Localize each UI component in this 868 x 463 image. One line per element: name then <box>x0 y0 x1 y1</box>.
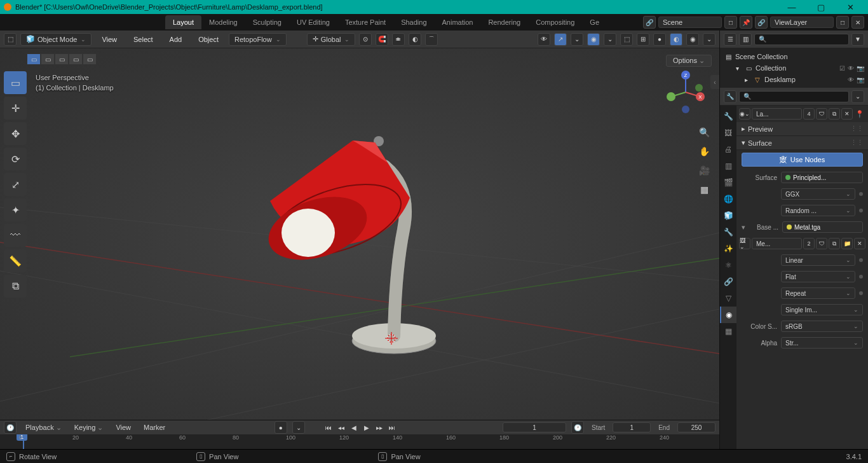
unlink-material-icon[interactable]: ✕ <box>841 108 853 120</box>
pivot-icon[interactable]: ⊙ <box>359 33 372 46</box>
panel-drag-icon[interactable]: ⋮⋮ <box>850 139 863 147</box>
surface-panel-head[interactable]: ▾ Surface ⋮⋮ <box>736 136 868 150</box>
rotate-tool[interactable]: ⟳ <box>4 148 27 170</box>
proportional-edit-icon[interactable]: ◐ <box>409 33 421 46</box>
scene-new-icon[interactable]: □ <box>724 16 737 29</box>
surface-shader-field[interactable]: Principled... <box>781 172 863 183</box>
new-material-icon[interactable]: ⧉ <box>829 108 840 120</box>
constraints-tab-icon[interactable]: 🔗 <box>720 273 736 290</box>
select-subtract-icon[interactable]: ▭ <box>55 53 69 65</box>
select-extend-icon[interactable]: ▭ <box>41 53 55 65</box>
minimize-button[interactable]: — <box>783 3 801 12</box>
orientation-selector[interactable]: ✛ Global <box>307 33 356 46</box>
distribution-field[interactable]: GGX <box>781 188 855 200</box>
view-menu[interactable]: View <box>95 33 123 46</box>
hide-viewport-icon[interactable]: 👁 <box>848 76 854 83</box>
particles-tab-icon[interactable]: ✨ <box>720 240 736 257</box>
unlink-image-icon[interactable]: ✕ <box>854 238 865 249</box>
snap-toggle-icon[interactable]: 🧲 <box>376 33 388 46</box>
properties-search[interactable]: 🔍 <box>739 91 849 102</box>
disable-render-icon[interactable]: 📷 <box>857 76 864 83</box>
colorspace-field[interactable]: sRGB <box>781 321 863 332</box>
select-intersect-icon[interactable]: ▭ <box>83 53 97 65</box>
alpha-field[interactable]: Str... <box>781 337 863 349</box>
workspace-tab-sculpting[interactable]: Sculpting <box>245 15 289 29</box>
use-nodes-button[interactable]: 🕸 Use Nodes <box>742 153 863 167</box>
pan-icon[interactable]: ✋ <box>696 144 712 159</box>
extension-field[interactable]: Repeat <box>781 287 855 299</box>
end-frame-input[interactable] <box>677 422 715 432</box>
material-tab-icon[interactable]: ◉ <box>720 307 736 323</box>
subsurface-field[interactable]: Random ... <box>781 205 855 216</box>
auto-key-icon[interactable]: ● <box>275 421 287 434</box>
timeline-ruler[interactable]: 1 020406080100120140160180200220240 <box>0 434 719 450</box>
keying-menu[interactable]: Keying <box>71 422 107 433</box>
modifier-tab-icon[interactable]: 🔧 <box>720 224 736 240</box>
viewlayer-remove-icon[interactable]: ✕ <box>851 16 864 29</box>
workspace-tab-shading[interactable]: Shading <box>393 15 434 29</box>
annotate-tool[interactable]: 〰 <box>4 224 27 247</box>
workspace-tab-geo[interactable]: Ge <box>582 15 607 29</box>
node-input-dot[interactable] <box>859 291 863 295</box>
keyframe-prev-icon[interactable]: ◂◂ <box>336 422 347 432</box>
node-input-dot[interactable] <box>859 275 863 279</box>
overlays-settings-icon[interactable]: ⌄ <box>604 33 616 46</box>
chevron-right-icon[interactable]: ▸ <box>742 75 750 84</box>
timeline-view-menu[interactable]: View <box>112 422 135 432</box>
perspective-toggle-icon[interactable]: ▦ <box>696 182 712 197</box>
shading-settings-icon[interactable]: ⌄ <box>703 33 715 46</box>
workspace-tab-texture[interactable]: Texture Paint <box>337 15 393 29</box>
start-frame-input[interactable] <box>613 422 651 432</box>
image-name-field[interactable]: Me... <box>752 238 802 249</box>
pin-icon[interactable]: 📍 <box>854 108 865 120</box>
interpolation-field[interactable]: Linear <box>781 254 855 266</box>
select-menu[interactable]: Select <box>127 33 159 46</box>
scene-pin-icon[interactable]: 📌 <box>740 16 752 29</box>
zoom-icon[interactable]: 🔍 <box>696 125 712 140</box>
move-tool[interactable]: ✥ <box>4 122 27 145</box>
node-input-dot[interactable] <box>859 192 863 196</box>
projection-field[interactable]: Flat <box>781 271 855 282</box>
n-panel-toggle[interactable]: ‹ <box>710 75 719 89</box>
outliner-editor-type-icon[interactable]: ☰ <box>724 33 736 46</box>
visibility-icon[interactable]: 👁 <box>538 33 550 46</box>
marker-menu[interactable]: Marker <box>140 422 169 432</box>
outliner-tree[interactable]: ▤ Scene Collection ▾ ▭ Collection ☑ 👁 📷 … <box>720 48 868 88</box>
scene-browse-icon[interactable]: 🔗 <box>643 16 656 29</box>
play-reverse-icon[interactable]: ◀ <box>348 422 360 432</box>
timeline-editor-type-icon[interactable]: 🕐 <box>4 421 17 434</box>
playhead[interactable]: 1 <box>23 434 24 450</box>
select-box-icon[interactable]: ▭ <box>27 53 41 65</box>
viewlayer-name-input[interactable] <box>770 17 834 28</box>
shading-rendered-icon[interactable]: ◉ <box>686 33 699 46</box>
source-field[interactable]: Single Im... <box>781 304 863 315</box>
jump-end-icon[interactable]: ⏭ <box>386 422 398 432</box>
properties-editor-type-icon[interactable]: 🔧 <box>724 90 736 103</box>
texture-tab-icon[interactable]: ▦ <box>720 323 736 340</box>
hide-viewport-icon[interactable]: 👁 <box>848 65 854 72</box>
transform-tool[interactable]: ✦ <box>4 198 27 221</box>
shading-solid-icon[interactable]: ● <box>653 33 666 46</box>
chevron-down-icon[interactable]: ▾ <box>742 223 745 232</box>
output-tab-icon[interactable]: 🖨 <box>720 141 736 158</box>
viewlayer-browse-icon[interactable]: 🔗 <box>755 16 768 29</box>
auto-key-settings-icon[interactable]: ⌄ <box>292 421 305 434</box>
shading-wireframe-icon[interactable]: ⊞ <box>637 33 649 46</box>
image-users-badge[interactable]: 2 <box>803 238 815 249</box>
keyframe-next-icon[interactable]: ▸▸ <box>374 422 385 432</box>
basecolor-field[interactable]: Metal.tga <box>782 221 863 233</box>
material-browse-icon[interactable]: ◉⌄ <box>739 108 750 120</box>
outliner-display-mode-icon[interactable]: ▥ <box>739 33 752 46</box>
outliner-filter-icon[interactable]: ▼ <box>851 33 864 46</box>
measure-tool[interactable]: 📏 <box>4 249 27 272</box>
properties-options-icon[interactable]: ⌄ <box>851 90 864 103</box>
node-input-dot[interactable] <box>859 258 863 262</box>
add-cube-tool[interactable]: ⧉ <box>4 275 27 298</box>
workspace-tab-animation[interactable]: Animation <box>435 15 481 29</box>
node-input-dot[interactable] <box>859 209 863 212</box>
fake-user-icon[interactable]: 🛡 <box>816 108 827 120</box>
workspace-tab-modeling[interactable]: Modeling <box>201 15 245 29</box>
scale-tool[interactable]: ⤢ <box>4 173 27 196</box>
workspace-tab-compositing[interactable]: Compositing <box>528 15 582 29</box>
image-browse-icon[interactable]: 🖼⌄ <box>739 238 750 249</box>
